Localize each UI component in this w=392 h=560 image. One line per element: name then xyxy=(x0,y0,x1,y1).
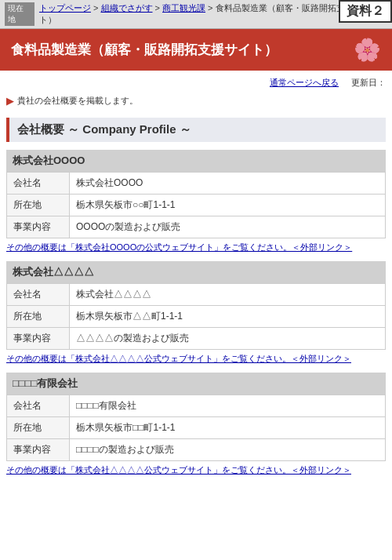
breadcrumb: トップページ > 組織でさがす > 商工観光課 > 食料品製造業（顧客・販路開拓… xyxy=(39,2,387,26)
notice-bar: ▶ 貴社の会社概要を掲載します。 xyxy=(0,92,392,110)
company-header-0: 株式会社OOOO xyxy=(6,150,386,172)
company-block-1: 株式会社△△△△会社名株式会社△△△△所在地栃木県矢板市△△町1-1-1事業内容… xyxy=(6,261,386,365)
hero-section: 食料品製造業（顧客・販路開拓支援サイト） 🌸 xyxy=(0,29,392,71)
back-link[interactable]: 通常ページへ戻る xyxy=(270,77,339,89)
notice-icon: ▶ xyxy=(6,95,14,107)
cell-value: 株式会社△△△△ xyxy=(70,284,386,306)
section-title: 会社概要 ～ Company Profile ～ xyxy=(6,118,386,142)
breadcrumb-top[interactable]: トップページ xyxy=(39,3,91,13)
table-row: 事業内容□□□□の製造および販売 xyxy=(7,439,386,461)
cell-value: □□□□有限会社 xyxy=(70,395,386,417)
hero-decoration: 🌸 xyxy=(354,37,381,63)
cell-label: 事業内容 xyxy=(7,328,70,350)
company-block-0: 株式会社OOOO会社名株式会社OOOO所在地栃木県矢板市○○町1-1-1事業内容… xyxy=(6,150,386,253)
current-location-label: 現在地 xyxy=(5,2,34,26)
action-row: 通常ページへ戻る 更新日： xyxy=(0,74,392,92)
cell-value: 株式会社OOOO xyxy=(70,173,386,195)
table-row: 会社名株式会社△△△△ xyxy=(7,284,386,306)
company-header-2: □□□□有限会社 xyxy=(6,373,386,395)
cell-label: 事業内容 xyxy=(7,439,70,461)
company-table-0: 会社名株式会社OOOO所在地栃木県矢板市○○町1-1-1事業内容OOOOの製造お… xyxy=(6,172,386,238)
table-row: 会社名株式会社OOOO xyxy=(7,173,386,195)
cell-label: 所在地 xyxy=(7,417,70,439)
cell-value: △△△△の製造および販売 xyxy=(70,328,386,350)
table-row: 所在地栃木県矢板市○○町1-1-1 xyxy=(7,195,386,216)
notice-text: 貴社の会社概要を掲載します。 xyxy=(17,95,138,107)
company-table-1: 会社名株式会社△△△△所在地栃木県矢板市△△町1-1-1事業内容△△△△の製造お… xyxy=(6,283,386,350)
cell-value: OOOOの製造および販売 xyxy=(70,216,386,238)
cell-value: 栃木県矢板市△△町1-1-1 xyxy=(70,306,386,328)
top-bar: 現在地 トップページ > 組織でさがす > 商工観光課 > 食料品製造業（顧客・… xyxy=(0,0,392,29)
company-block-2: □□□□有限会社会社名□□□□有限会社所在地栃木県矢板市□□町1-1-1事業内容… xyxy=(6,373,386,476)
hero-title: 食料品製造業（顧客・販路開拓支援サイト） xyxy=(11,41,278,59)
cell-value: 栃木県矢板市□□町1-1-1 xyxy=(70,417,386,439)
cell-label: 会社名 xyxy=(7,395,70,417)
company-external-link-2[interactable]: その他の概要は「株式会社△△△△公式ウェブサイト」をご覧ください。＜外部リンク＞ xyxy=(6,464,386,476)
breadcrumb-org[interactable]: 組織でさがす xyxy=(101,3,153,13)
table-row: 事業内容OOOOの製造および販売 xyxy=(7,216,386,238)
company-external-link-0[interactable]: その他の概要は「株式会社OOOOの公式ウェブサイト」をご覧ください。＜外部リンク… xyxy=(6,242,386,253)
cell-label: 所在地 xyxy=(7,195,70,216)
table-row: 所在地栃木県矢板市□□町1-1-1 xyxy=(7,417,386,439)
cell-label: 事業内容 xyxy=(7,216,70,238)
cell-value: 栃木県矢板市○○町1-1-1 xyxy=(70,195,386,216)
cell-label: 会社名 xyxy=(7,173,70,195)
table-row: 事業内容△△△△の製造および販売 xyxy=(7,328,386,350)
table-row: 会社名□□□□有限会社 xyxy=(7,395,386,417)
company-external-link-1[interactable]: その他の概要は「株式会社△△△△公式ウェブサイト」をご覧ください。＜外部リンク＞ xyxy=(6,353,386,365)
updated-label: 更新日： xyxy=(351,77,386,89)
companies-container: 株式会社OOOO会社名株式会社OOOO所在地栃木県矢板市○○町1-1-1事業内容… xyxy=(0,150,392,476)
company-table-2: 会社名□□□□有限会社所在地栃木県矢板市□□町1-1-1事業内容□□□□の製造お… xyxy=(6,395,386,461)
cell-label: 所在地 xyxy=(7,306,70,328)
company-header-1: 株式会社△△△△ xyxy=(6,261,386,283)
cell-value: □□□□の製造および販売 xyxy=(70,439,386,461)
breadcrumb-commerce[interactable]: 商工観光課 xyxy=(162,3,205,13)
shiryo-badge: 資料２ xyxy=(339,0,392,23)
table-row: 所在地栃木県矢板市△△町1-1-1 xyxy=(7,306,386,328)
cell-label: 会社名 xyxy=(7,284,70,306)
